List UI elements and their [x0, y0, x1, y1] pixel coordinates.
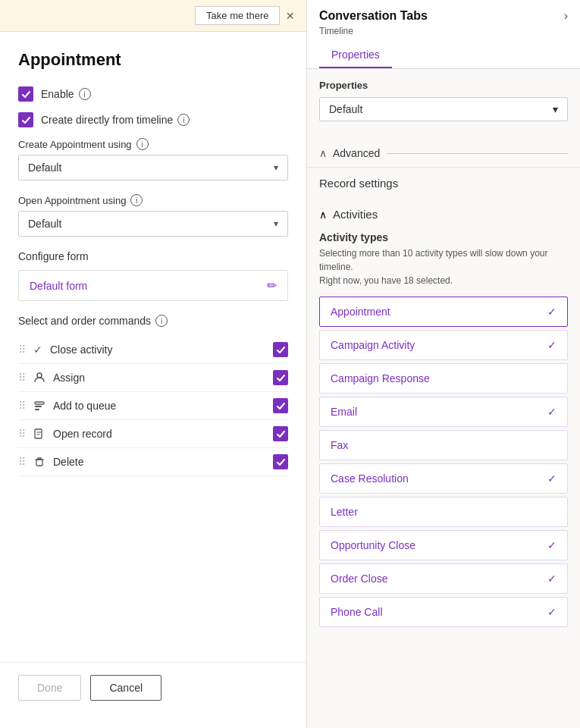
activity-item-opportunity-close[interactable]: Opportunity Close ✓	[319, 530, 568, 560]
activity-item-case-resolution[interactable]: Case Resolution ✓	[319, 463, 568, 494]
default-form-link[interactable]: Default form	[30, 280, 87, 292]
edit-form-icon[interactable]: ✏	[267, 278, 277, 293]
right-body: Properties Default ▾ ∧ Advanced Record s…	[307, 69, 580, 728]
command-checkbox-close-activity[interactable]	[273, 342, 288, 357]
activities-toggle-icon: ∧	[319, 209, 327, 221]
activity-label-campaign-activity: Campaign Activity	[331, 339, 415, 351]
panel-title: Appointment	[18, 50, 288, 70]
record-settings-label: Record settings	[319, 177, 568, 190]
command-row-delete: ⠿ Delete	[18, 448, 288, 476]
right-tabs: Properties	[319, 42, 568, 68]
enable-row: Enable i	[18, 86, 288, 102]
left-panel: Take me there × Appointment Enable i Cre…	[0, 0, 307, 728]
enable-label: Enable	[41, 88, 74, 100]
advanced-label: Advanced	[333, 147, 380, 159]
command-icon-delete	[33, 456, 45, 468]
advanced-section[interactable]: ∧ Advanced	[307, 140, 580, 168]
command-label-assign: Assign	[53, 372, 265, 384]
command-list: ⠿ ✓ Close activity ⠿ Assign ⠿	[18, 336, 288, 476]
nav-arrow-icon[interactable]: ›	[564, 9, 568, 23]
drag-handle-assign[interactable]: ⠿	[18, 372, 26, 384]
activity-info-text: Selecting more than 10 activity types wi…	[307, 246, 580, 287]
activity-check-campaign-activity: ✓	[547, 339, 556, 351]
activity-label-email: Email	[331, 406, 357, 418]
top-bar: Take me there ×	[0, 0, 306, 32]
svg-rect-5	[36, 460, 42, 466]
activity-item-email[interactable]: Email ✓	[319, 397, 568, 427]
drag-handle-delete[interactable]: ⠿	[18, 456, 26, 468]
activity-label-appointment: Appointment	[331, 306, 390, 318]
command-icon-add-to-queue	[33, 400, 45, 412]
activity-item-appointment[interactable]: Appointment ✓	[319, 297, 568, 327]
activity-item-phone-call[interactable]: Phone Call ✓	[319, 597, 568, 627]
open-using-arrow: ▾	[274, 218, 278, 229]
commands-info-icon[interactable]: i	[155, 315, 168, 327]
command-row-close-activity: ⠿ ✓ Close activity	[18, 336, 288, 364]
tab-properties[interactable]: Properties	[319, 42, 392, 68]
command-icon-close-activity: ✓	[33, 344, 42, 356]
activity-item-fax[interactable]: Fax	[319, 430, 568, 460]
create-using-group: Create Appointment using i Default ▾	[18, 138, 288, 180]
activity-check-order-close: ✓	[547, 573, 556, 585]
drag-handle-open-record[interactable]: ⠿	[18, 428, 26, 440]
activities-toggle[interactable]: ∧ Activities	[319, 208, 568, 221]
open-using-info-icon[interactable]: i	[130, 194, 143, 206]
cancel-button[interactable]: Cancel	[90, 675, 161, 701]
svg-rect-1	[35, 402, 44, 404]
commands-section-label: Select and order commands i	[18, 315, 288, 327]
drag-handle-add-to-queue[interactable]: ⠿	[18, 400, 26, 412]
svg-point-0	[37, 373, 42, 378]
svg-rect-2	[35, 406, 42, 407]
activity-item-order-close[interactable]: Order Close ✓	[319, 563, 568, 594]
close-topbar-button[interactable]: ×	[286, 9, 294, 23]
create-using-info-icon[interactable]: i	[136, 138, 149, 150]
enable-info-icon[interactable]: i	[79, 88, 91, 100]
create-using-label: Create Appointment using	[18, 139, 132, 150]
command-label-delete: Delete	[53, 456, 265, 468]
create-from-timeline-label: Create directly from timeline	[41, 114, 173, 126]
command-checkbox-open-record[interactable]	[273, 426, 288, 441]
properties-dropdown-value: Default	[329, 103, 362, 115]
open-using-value: Default	[28, 218, 61, 230]
advanced-divider	[386, 153, 568, 154]
drag-handle-close-activity[interactable]: ⠿	[18, 344, 26, 356]
activity-check-phone-call: ✓	[547, 606, 556, 618]
activity-label-order-close: Order Close	[331, 573, 387, 585]
open-using-label: Open Appointment using	[18, 195, 126, 206]
panel-content: Appointment Enable i Create directly fro…	[0, 32, 306, 662]
activity-check-case-resolution: ✓	[547, 472, 556, 485]
create-using-arrow: ▾	[274, 162, 278, 173]
panel-footer: Done Cancel	[0, 662, 306, 713]
enable-checkbox[interactable]	[18, 86, 33, 102]
activity-types-label: Activity types	[307, 231, 580, 243]
activity-label-fax: Fax	[331, 439, 348, 451]
activity-label-campaign-response: Campaign Response	[331, 372, 430, 384]
right-header: Conversation Tabs › Timeline Properties	[307, 0, 580, 69]
properties-dropdown[interactable]: Default ▾	[319, 97, 568, 121]
take-me-there-button[interactable]: Take me there	[195, 6, 280, 25]
create-using-dropdown[interactable]: Default ▾	[18, 155, 288, 180]
advanced-toggle-icon: ∧	[319, 147, 327, 159]
activity-item-letter[interactable]: Letter	[319, 497, 568, 527]
activities-section: ∧ Activities	[307, 200, 580, 231]
activity-list: Appointment ✓ Campaign Activity ✓ Campai…	[307, 297, 580, 630]
command-checkbox-delete[interactable]	[273, 454, 288, 469]
activity-label-phone-call: Phone Call	[331, 606, 383, 618]
properties-label: Properties	[319, 80, 568, 91]
properties-section: Properties Default ▾	[307, 69, 580, 140]
activity-check-email: ✓	[547, 406, 556, 418]
open-using-dropdown[interactable]: Default ▾	[18, 211, 288, 237]
command-icon-assign	[33, 372, 45, 384]
activity-item-campaign-response[interactable]: Campaign Response	[319, 363, 568, 394]
command-checkbox-assign[interactable]	[273, 370, 288, 385]
done-button[interactable]: Done	[18, 675, 81, 701]
command-row-assign: ⠿ Assign	[18, 364, 288, 392]
command-label-add-to-queue: Add to queue	[53, 400, 265, 412]
activity-check-appointment: ✓	[547, 306, 556, 318]
create-from-timeline-checkbox[interactable]	[18, 112, 33, 127]
create-from-timeline-info-icon[interactable]: i	[177, 114, 190, 126]
activity-item-campaign-activity[interactable]: Campaign Activity ✓	[319, 330, 568, 360]
activity-label-case-resolution: Case Resolution	[331, 472, 409, 485]
properties-dropdown-arrow: ▾	[553, 103, 558, 115]
command-checkbox-add-to-queue[interactable]	[273, 398, 288, 413]
